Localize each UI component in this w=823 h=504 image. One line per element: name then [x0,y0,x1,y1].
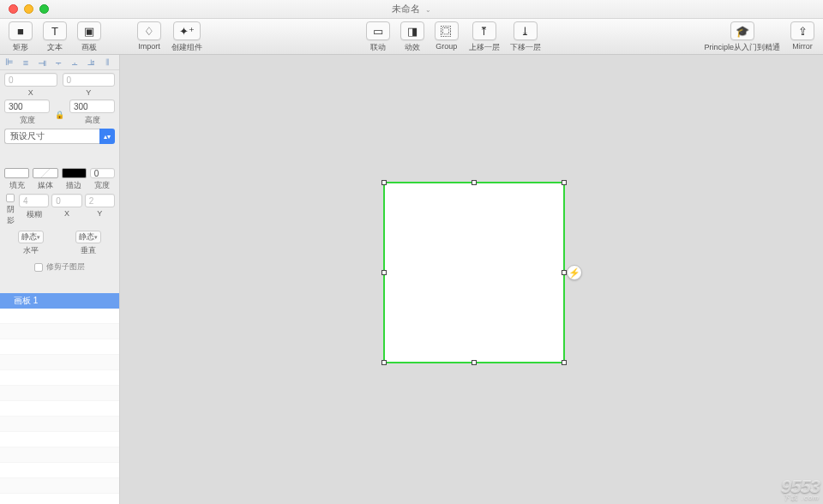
distribute-icon[interactable]: ⦀ [102,57,112,68]
height-field[interactable]: 300 [69,99,115,113]
tool-group[interactable]: ⿴ Group [430,21,464,51]
shadow-x-field[interactable]: 0 [51,194,81,207]
canvas[interactable]: ⚡ [120,55,823,504]
preset-size-select[interactable]: 预设尺寸 ▴▾ [4,129,115,144]
tool-artboard[interactable]: ▣ 画板 [72,21,106,53]
layer-artboard-1[interactable]: 画板 1 [0,293,119,309]
blur-label: 模糊 [27,209,42,220]
stroke-width-field[interactable]: 0 [90,168,115,178]
tool-tutorial-label: Principle从入门到精通 [705,42,781,53]
tool-tutorial[interactable]: 🎓 Principle从入门到精通 [700,21,786,53]
h-constraint-label: 水平 [23,245,39,256]
rectangle-icon: ■ [9,21,33,40]
animate-icon: ◨ [400,21,424,40]
select-arrow-icon: ▴▾ [99,129,115,144]
layer-row-empty [0,494,119,504]
tool-text-label: 文本 [47,42,63,53]
align-left-icon[interactable]: ⊫ [4,57,15,68]
layer-row-empty [0,401,119,417]
media-swatch[interactable] [33,168,57,178]
y-label: Y [86,88,91,97]
tool-move-down-label: 下移一层 [510,42,541,53]
window-title-text: 未命名 [392,3,420,14]
layer-row-empty [0,324,119,339]
resize-handle-br[interactable] [562,360,567,365]
tool-move-down[interactable]: ⤓ 下移一层 [505,21,546,53]
resize-handle-bm[interactable] [472,360,477,365]
text-icon: T [43,21,67,40]
titlebar: 未命名 ⌄ [0,0,823,19]
align-top-icon[interactable]: ⫟ [53,57,63,68]
fill-label: 填充 [9,180,25,191]
import-icon: ♢ [137,21,161,40]
resize-handle-bl[interactable] [381,360,387,365]
layer-row-empty [0,309,119,324]
tool-move-up-label: 上移一层 [469,42,500,53]
shadow-y-label: Y [97,209,102,218]
width-field[interactable]: 300 [4,99,50,113]
tool-link[interactable]: ▭ 联动 [361,21,395,53]
layer-row-empty [0,478,119,494]
move-up-icon: ⤒ [472,21,496,40]
align-center-v-icon[interactable]: ⫠ [69,57,80,68]
layer-row-empty [0,463,119,478]
mirror-icon: ⇪ [790,21,814,40]
tool-import-label: Import [138,42,160,51]
x-label: X [28,88,33,97]
inspector-panel: ⊫ ≡ ⫣ ⫟ ⫠ ⫡ ⦀ 0 X 0 Y 300 宽度 🔒 300 高度 预设… [0,55,120,504]
layer-row-empty [0,355,119,370]
tool-rectangle-label: 矩形 [13,42,28,53]
align-bottom-icon[interactable]: ⫡ [86,57,96,68]
tool-create-component[interactable]: ✦⁺ 创建组件 [166,21,207,53]
clip-children-label: 修剪子图层 [46,261,85,273]
shadow-checkbox[interactable] [6,194,15,202]
y-field[interactable]: 0 [63,73,116,87]
clip-children-row[interactable]: 修剪子图层 [0,256,119,279]
tool-rectangle[interactable]: ■ 矩形 [3,21,38,53]
align-center-h-icon[interactable]: ≡ [21,57,31,68]
chevron-down-icon: ⌄ [425,6,431,14]
tool-mirror-label: Mirror [792,42,813,51]
resize-handle-tr[interactable] [562,180,567,185]
layer-row-empty [0,447,119,463]
tool-animate-label: 动效 [405,42,420,53]
width-label: 宽度 [20,115,35,126]
lock-aspect-icon[interactable]: 🔒 [55,107,64,119]
height-label: 高度 [85,115,100,126]
v-constraint-label: 垂直 [81,245,96,256]
resize-handle-tl[interactable] [381,180,387,185]
artboard-selected[interactable]: ⚡ [383,182,565,363]
layer-row-empty [0,417,119,432]
align-toolbar: ⊫ ≡ ⫣ ⫟ ⫠ ⫡ ⦀ [0,55,119,70]
h-constraint-select[interactable]: 静态▾ [18,231,44,243]
x-field[interactable]: 0 [4,73,57,87]
fill-swatch[interactable] [4,168,29,178]
stroke-width-label: 宽度 [94,180,110,191]
watermark: 9553 下载 .com [781,476,820,502]
v-constraint-select[interactable]: 静态▾ [75,231,101,243]
artboard-icon: ▣ [77,21,101,40]
tool-animate[interactable]: ◨ 动效 [395,21,430,53]
clip-children-checkbox[interactable] [34,263,43,272]
window-title[interactable]: 未命名 ⌄ [0,3,823,15]
tool-import[interactable]: ♢ Import [132,21,166,51]
resize-handle-ml[interactable] [381,270,387,275]
lightning-icon[interactable]: ⚡ [567,265,582,280]
blur-field[interactable]: 4 [19,194,49,207]
layer-row-empty [0,386,119,401]
tool-link-label: 联动 [370,42,386,53]
group-icon: ⿴ [435,21,459,40]
resize-handle-tm[interactable] [472,180,477,185]
tutorial-icon: 🎓 [730,21,754,40]
shadow-y-field[interactable]: 2 [85,194,115,207]
shadow-label: 阴影 [4,204,16,226]
tool-create-component-label: 创建组件 [171,42,202,53]
align-right-icon[interactable]: ⫣ [37,57,47,68]
stroke-swatch[interactable] [62,168,87,178]
tool-artboard-label: 画板 [81,42,97,53]
tool-move-up[interactable]: ⤒ 上移一层 [464,21,505,53]
link-icon: ▭ [366,21,390,40]
tool-text[interactable]: T 文本 [38,21,72,53]
tool-mirror[interactable]: ⇪ Mirror [785,21,820,51]
move-down-icon: ⤓ [514,21,538,40]
